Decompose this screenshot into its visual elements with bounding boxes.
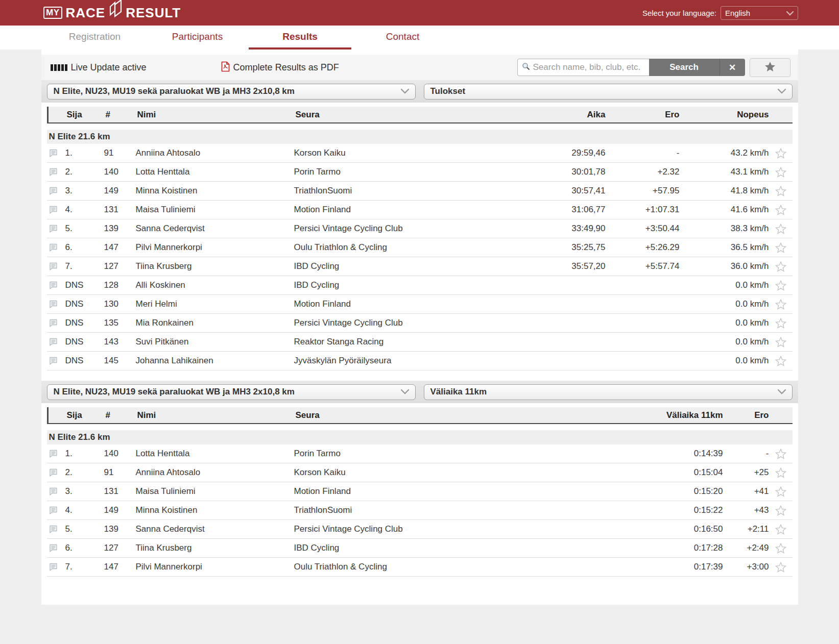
- search-magnifier-icon: [522, 62, 530, 72]
- table-row[interactable]: DNS 143 Suvi Pitkänen Reaktor Stanga Rac…: [47, 333, 793, 352]
- table-row[interactable]: 2. 140 Lotta Henttala Porin Tarmo 30:01,…: [47, 163, 793, 182]
- view-select-1[interactable]: Tulokset: [424, 84, 793, 100]
- tab-results[interactable]: Results: [249, 26, 351, 49]
- comment-bubble-icon[interactable]: [47, 525, 62, 533]
- favorite-row-star[interactable]: [775, 486, 786, 497]
- favorite-row-star[interactable]: [775, 524, 786, 535]
- comment-bubble-icon[interactable]: [47, 319, 62, 327]
- search-input[interactable]: [533, 62, 645, 72]
- chevron-down-icon: [778, 387, 786, 397]
- tab-contact[interactable]: Contact: [351, 26, 454, 49]
- favorite-row-star[interactable]: [775, 148, 786, 159]
- name-cell: Tiina Krusberg: [136, 543, 294, 553]
- favorite-row-star[interactable]: [775, 186, 786, 196]
- clear-search-button[interactable]: ✕: [720, 59, 745, 76]
- table-row[interactable]: 4. 131 Maisa Tuliniemi Motion Finland 31…: [47, 201, 793, 219]
- language-select[interactable]: English: [721, 6, 798, 20]
- comment-bubble-icon[interactable]: [47, 262, 62, 270]
- favorite-row-star[interactable]: [775, 449, 786, 459]
- comment-bubble-icon[interactable]: [47, 281, 62, 289]
- table-row[interactable]: 7. 127 Tiina Krusberg IBD Cycling 35:57,…: [47, 257, 793, 276]
- table-row[interactable]: 7. 147 Pilvi Mannerkorpi Oulu Triathlon …: [47, 558, 793, 577]
- speed-cell: 0.0 km/h: [680, 318, 769, 328]
- table-row[interactable]: 1. 140 Lotta Henttala Porin Tarmo 0:14:3…: [47, 444, 793, 463]
- col-ero: Ero: [606, 110, 680, 120]
- comment-bubble-icon[interactable]: [47, 506, 62, 514]
- favorite-row-star[interactable]: [775, 467, 786, 478]
- live-update-indicator[interactable]: Live Update active: [51, 62, 147, 73]
- gap-cell: +43: [723, 505, 769, 515]
- results-table-body: 1. 91 Anniina Ahtosalo Korson Kaiku 29:5…: [47, 144, 793, 370]
- name-cell: Pilvi Mannerkorpi: [136, 562, 294, 572]
- time-cell: 35:25,75: [529, 242, 606, 253]
- comment-bubble-icon[interactable]: [47, 357, 62, 365]
- favorite-row-star[interactable]: [775, 167, 786, 178]
- my-race-result-logo[interactable]: MY RACE RESULT: [43, 4, 181, 22]
- favorite-row-star[interactable]: [775, 337, 786, 348]
- comment-bubble-icon[interactable]: [47, 487, 62, 496]
- club-cell: TriathlonSuomi: [294, 186, 529, 196]
- comment-bubble-icon[interactable]: [47, 225, 62, 233]
- place-cell: DNS: [62, 299, 91, 309]
- table-row[interactable]: 5. 139 Sanna Cederqvist Persici Vintage …: [47, 520, 793, 539]
- favorite-row-star[interactable]: [775, 356, 786, 366]
- favorites-button[interactable]: [750, 58, 790, 77]
- place-cell: DNS: [62, 337, 91, 347]
- contest-select-2[interactable]: N Elite, NU23, MU19 sekä paraluokat WB j…: [47, 384, 416, 400]
- name-cell: Alli Koskinen: [136, 280, 294, 290]
- tab-registration[interactable]: Registration: [43, 26, 146, 49]
- view-select-2[interactable]: Väliaika 11km: [424, 384, 793, 400]
- comment-bubble-icon[interactable]: [47, 168, 62, 176]
- table-row[interactable]: 4. 149 Minna Koistinen TriathlonSuomi 0:…: [47, 501, 793, 520]
- comment-bubble-icon[interactable]: [47, 468, 62, 477]
- table-row[interactable]: DNS 130 Meri Helmi Motion Finland 0.0 km…: [47, 295, 793, 314]
- table-row[interactable]: 6. 127 Tiina Krusberg IBD Cycling 0:17:2…: [47, 539, 793, 558]
- comment-bubble-icon[interactable]: [47, 450, 62, 458]
- favorite-row-star[interactable]: [775, 280, 786, 291]
- favorite-row-star[interactable]: [775, 318, 786, 329]
- favorite-row-star[interactable]: [775, 543, 786, 554]
- favorite-row-star[interactable]: [775, 505, 786, 516]
- comment-bubble-icon[interactable]: [47, 563, 62, 571]
- table-row[interactable]: 2. 91 Anniina Ahtosalo Korson Kaiku 0:15…: [47, 463, 793, 482]
- place-cell: 6.: [62, 543, 91, 553]
- split-cell: 0:15:04: [621, 467, 723, 478]
- comment-bubble-icon[interactable]: [47, 300, 62, 308]
- complete-results-pdf-link[interactable]: Complete Results as PDF: [221, 61, 339, 74]
- name-cell: Meri Helmi: [136, 299, 294, 309]
- comment-bubble-icon[interactable]: [47, 149, 62, 157]
- table-row[interactable]: DNS 135 Mia Ronkainen Persici Vintage Cy…: [47, 314, 793, 333]
- bib-cell: 147: [91, 242, 136, 253]
- favorite-row-star[interactable]: [775, 261, 786, 272]
- favorite-row-star[interactable]: [775, 224, 786, 234]
- name-cell: Lotta Henttala: [136, 449, 294, 459]
- comment-bubble-icon[interactable]: [47, 187, 62, 195]
- table-row[interactable]: 3. 131 Maisa Tuliniemi Motion Finland 0:…: [47, 482, 793, 501]
- gap-cell: +1:07.31: [606, 205, 680, 215]
- favorite-row-star[interactable]: [775, 299, 786, 310]
- split-cell: 0:15:22: [621, 505, 723, 515]
- bib-cell: 127: [91, 543, 136, 553]
- time-cell: 30:57,41: [529, 186, 606, 196]
- contest-select-1[interactable]: N Elite, NU23, MU19 sekä paraluokat WB j…: [47, 84, 416, 100]
- favorite-row-star[interactable]: [775, 242, 786, 253]
- comment-bubble-icon[interactable]: [47, 243, 62, 252]
- favorite-row-star[interactable]: [775, 205, 786, 215]
- comment-bubble-icon[interactable]: [47, 206, 62, 214]
- table-row[interactable]: 5. 139 Sanna Cederqvist Persici Vintage …: [47, 219, 793, 238]
- club-cell: Oulu Triathlon & Cycling: [294, 562, 621, 572]
- comment-bubble-icon[interactable]: [47, 338, 62, 346]
- table-row[interactable]: 6. 147 Pilvi Mannerkorpi Oulu Triathlon …: [47, 238, 793, 257]
- table-row[interactable]: DNS 128 Alli Koskinen IBD Cycling 0.0 km…: [47, 276, 793, 295]
- table-row[interactable]: 3. 149 Minna Koistinen TriathlonSuomi 30…: [47, 182, 793, 201]
- gap-cell: +25: [723, 467, 769, 478]
- table-row[interactable]: DNS 145 Johanna Lahikainen Jyväskylän Py…: [47, 352, 793, 370]
- comment-bubble-icon[interactable]: [47, 544, 62, 552]
- name-cell: Sanna Cederqvist: [136, 224, 294, 234]
- favorite-row-star[interactable]: [775, 562, 786, 573]
- col-bib: #: [92, 410, 137, 420]
- table-row[interactable]: 1. 91 Anniina Ahtosalo Korson Kaiku 29:5…: [47, 144, 793, 163]
- tab-participants[interactable]: Participants: [146, 26, 249, 49]
- name-cell: Lotta Henttala: [136, 167, 294, 177]
- search-button[interactable]: Search: [649, 59, 720, 76]
